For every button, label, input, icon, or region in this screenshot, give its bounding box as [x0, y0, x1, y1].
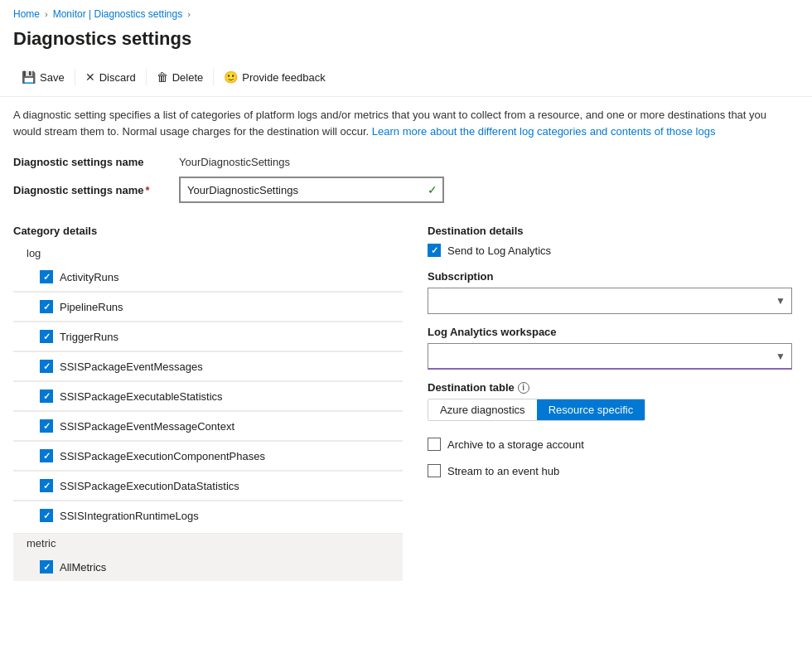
label-ssis-runtime-logs: SSISIntegrationRuntimeLogs: [60, 510, 199, 522]
delete-button[interactable]: 🗑 Delete: [148, 66, 212, 88]
category-item-ssis-data-stats[interactable]: SSISPackageExecutionDataStatistics: [13, 472, 403, 501]
right-panel: Destination details Send to Log Analytic…: [419, 225, 799, 584]
checkbox-send-log-analytics[interactable]: [428, 244, 441, 257]
required-mark: *: [145, 184, 149, 196]
category-item-triggerruns[interactable]: TriggerRuns: [13, 322, 403, 351]
label-activityruns: ActivityRuns: [60, 271, 119, 283]
stream-label: Stream to an event hub: [447, 465, 559, 477]
category-item-ssis-exec-phases[interactable]: SSISPackageExecutionComponentPhases: [13, 442, 403, 471]
tab-resource-specific[interactable]: Resource specific: [537, 399, 645, 420]
page-title: Diagnostics settings: [0, 25, 812, 61]
metric-group: metric AllMetrics: [13, 533, 403, 581]
name-input[interactable]: [179, 177, 444, 203]
send-log-analytics-row: Send to Log Analytics: [428, 244, 799, 257]
left-panel: Category details log ActivityRuns Pipeli…: [13, 225, 419, 584]
log-analytics-workspace-dropdown-wrapper: ▼: [428, 343, 792, 370]
name-static-value: YourDiagnosticSettings: [179, 156, 290, 168]
label-ssis-event-context: SSISPackageEventMessageContext: [60, 420, 234, 433]
category-item-pipelineruns[interactable]: PipelineRuns: [13, 293, 403, 322]
send-log-analytics-label: Send to Log Analytics: [447, 244, 551, 257]
checkbox-pipelineruns[interactable]: [40, 300, 53, 313]
name-static-label: Diagnostic settings name: [13, 156, 179, 168]
name-static-row: Diagnostic settings name YourDiagnosticS…: [13, 156, 799, 168]
discard-button[interactable]: ✕ Discard: [77, 66, 144, 88]
delete-icon: 🗑: [157, 70, 168, 84]
checkbox-activityruns[interactable]: [40, 270, 53, 283]
category-item-ssis-exec-stats[interactable]: SSISPackageExecutableStatistics: [13, 382, 403, 411]
log-group: log ActivityRuns PipelineRuns TriggerRun…: [13, 244, 403, 530]
log-analytics-workspace-group: Log Analytics workspace ▼: [428, 326, 799, 370]
checkbox-ssis-exec-stats[interactable]: [40, 390, 53, 403]
label-ssis-exec-phases: SSISPackageExecutionComponentPhases: [60, 450, 265, 462]
send-log-analytics-section: Send to Log Analytics Subscription ▼ Log…: [428, 244, 799, 421]
checkbox-ssis-runtime-logs[interactable]: [40, 509, 53, 522]
subscription-select[interactable]: [428, 288, 792, 314]
toolbar-separator-3: [213, 69, 214, 85]
destination-table-label: Destination table i: [428, 381, 799, 394]
label-ssis-event-messages: SSISPackageEventMessages: [60, 361, 203, 373]
subscription-group: Subscription ▼: [428, 270, 799, 314]
label-pipelineruns: PipelineRuns: [60, 301, 123, 313]
category-item-ssis-runtime-logs[interactable]: SSISIntegrationRuntimeLogs: [13, 501, 403, 530]
breadcrumb: Home › Monitor | Diagnostics settings ›: [0, 0, 812, 25]
archive-row: Archive to a storage account: [428, 438, 799, 451]
tab-azure-diagnostics[interactable]: Azure diagnostics: [428, 399, 537, 420]
main-content: Category details log ActivityRuns Pipeli…: [0, 211, 812, 584]
save-button[interactable]: 💾 Save: [13, 66, 73, 88]
destination-table-tabs: Azure diagnostics Resource specific: [428, 399, 645, 421]
destination-table-group: Destination table i Azure diagnostics Re…: [428, 381, 799, 421]
subscription-label: Subscription: [428, 270, 799, 283]
label-ssis-exec-stats: SSISPackageExecutableStatistics: [60, 390, 223, 403]
category-item-allmetrics[interactable]: AllMetrics: [13, 553, 403, 581]
toolbar-separator: [75, 69, 75, 85]
checkbox-stream[interactable]: [428, 464, 441, 477]
toolbar-separator-2: [146, 69, 147, 85]
valid-checkmark-icon: ✓: [428, 183, 437, 196]
destination-title: Destination details: [428, 225, 799, 237]
log-group-label: log: [27, 244, 403, 263]
description-link[interactable]: Learn more about the different log categ…: [372, 125, 716, 138]
label-ssis-data-stats: SSISPackageExecutionDataStatistics: [60, 480, 239, 492]
category-item-ssis-event-context[interactable]: SSISPackageEventMessageContext: [13, 412, 403, 441]
subscription-dropdown-wrapper: ▼: [428, 288, 792, 314]
save-icon: 💾: [22, 70, 36, 84]
checkbox-ssis-exec-phases[interactable]: [40, 449, 53, 462]
log-analytics-workspace-label: Log Analytics workspace: [428, 326, 799, 338]
name-input-row: Diagnostic settings name* ✓: [13, 177, 799, 203]
checkbox-ssis-event-context[interactable]: [40, 419, 53, 433]
name-required-label: Diagnostic settings name*: [13, 184, 179, 196]
category-title: Category details: [13, 225, 403, 237]
toolbar: 💾 Save ✕ Discard 🗑 Delete 🙂 Provide feed…: [0, 61, 812, 97]
log-analytics-workspace-select[interactable]: [428, 343, 792, 370]
category-item-ssis-event-messages[interactable]: SSISPackageEventMessages: [13, 352, 403, 381]
category-item-activityruns[interactable]: ActivityRuns: [13, 263, 403, 292]
stream-row: Stream to an event hub: [428, 464, 799, 477]
destination-table-info-icon[interactable]: i: [518, 382, 529, 394]
breadcrumb-home[interactable]: Home: [13, 8, 40, 20]
metric-group-label: metric: [27, 534, 403, 553]
description: A diagnostic setting specifies a list of…: [0, 97, 795, 148]
checkbox-ssis-event-messages[interactable]: [40, 360, 53, 373]
label-triggerruns: TriggerRuns: [60, 331, 118, 343]
discard-icon: ✕: [85, 70, 95, 84]
form-section: Diagnostic settings name YourDiagnosticS…: [0, 148, 812, 203]
breadcrumb-monitor[interactable]: Monitor | Diagnostics settings: [53, 8, 183, 20]
name-input-wrapper: ✓: [179, 177, 444, 203]
checkbox-ssis-data-stats[interactable]: [40, 479, 53, 492]
checkbox-triggerruns[interactable]: [40, 330, 53, 343]
feedback-button[interactable]: 🙂 Provide feedback: [215, 66, 333, 88]
label-allmetrics: AllMetrics: [60, 561, 106, 573]
archive-label: Archive to a storage account: [447, 438, 584, 451]
checkbox-allmetrics[interactable]: [40, 560, 53, 573]
checkbox-archive[interactable]: [428, 438, 441, 451]
feedback-icon: 🙂: [224, 70, 238, 84]
